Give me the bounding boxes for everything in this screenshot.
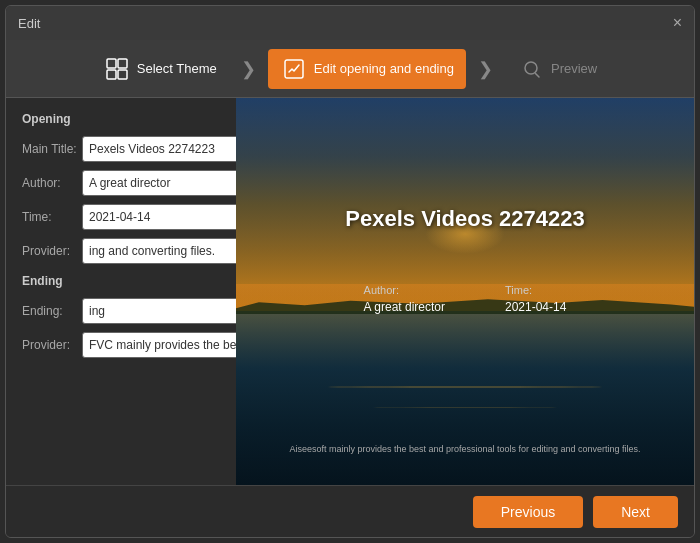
next-button[interactable]: Next — [593, 496, 678, 528]
edit-window: Edit × Select Theme ❯ — [5, 5, 695, 538]
tab-edit-label: Edit opening and ending — [314, 61, 454, 76]
tab-select-theme[interactable]: Select Theme — [91, 49, 229, 89]
author-input[interactable] — [82, 170, 236, 196]
tab-preview[interactable]: Preview — [505, 49, 609, 89]
close-button[interactable]: × — [673, 15, 682, 31]
ending-label: Ending: — [22, 304, 82, 318]
author-meta-value: A great director — [364, 300, 445, 314]
toolbar: Select Theme ❯ Edit opening and ending ❯ — [6, 40, 694, 98]
ending-section-title: Ending — [22, 274, 220, 288]
titlebar: Edit × — [6, 6, 694, 40]
main-title-label: Main Title: — [22, 142, 82, 156]
time-meta-label: Time: — [505, 284, 566, 296]
main-title-row: Main Title: — [22, 136, 220, 162]
edit-icon — [280, 55, 308, 83]
provider-row: Provider: — [22, 238, 220, 264]
svg-rect-1 — [118, 59, 127, 68]
svg-rect-3 — [118, 70, 127, 79]
author-meta-label: Author: — [364, 284, 445, 296]
tab-edit-opening-ending[interactable]: Edit opening and ending — [268, 49, 466, 89]
svg-rect-0 — [107, 59, 116, 68]
window-title: Edit — [18, 16, 40, 31]
right-panel: Pexels Videos 2274223 Author: A great di… — [236, 98, 694, 485]
main-title-input[interactable] — [82, 136, 236, 162]
sky-overlay — [236, 98, 694, 311]
svg-line-6 — [535, 73, 539, 77]
ending-provider-row: Provider: — [22, 332, 220, 358]
arrow-2: ❯ — [478, 58, 493, 80]
ending-provider-label: Provider: — [22, 338, 82, 352]
previous-button[interactable]: Previous — [473, 496, 583, 528]
time-label: Time: — [22, 210, 82, 224]
preview-title: Pexels Videos 2274223 — [236, 206, 694, 232]
author-label: Author: — [22, 176, 82, 190]
tab-select-theme-label: Select Theme — [137, 61, 217, 76]
provider-input[interactable] — [82, 238, 236, 264]
preview-background: Pexels Videos 2274223 Author: A great di… — [236, 98, 694, 485]
author-row: Author: — [22, 170, 220, 196]
arrow-1: ❯ — [241, 58, 256, 80]
time-meta: Time: 2021-04-14 — [505, 284, 566, 314]
preview-meta: Author: A great director Time: 2021-04-1… — [236, 284, 694, 314]
time-meta-value: 2021-04-14 — [505, 300, 566, 314]
provider-label: Provider: — [22, 244, 82, 258]
svg-rect-4 — [285, 60, 303, 78]
tab-preview-label: Preview — [551, 61, 597, 76]
water-overlay — [236, 311, 694, 485]
time-input[interactable] — [82, 204, 236, 230]
ending-provider-input[interactable] — [82, 332, 236, 358]
author-meta: Author: A great director — [364, 284, 445, 314]
time-row: Time: — [22, 204, 220, 230]
svg-point-5 — [525, 62, 537, 74]
ending-row: Ending: — [22, 298, 220, 324]
opening-section-title: Opening — [22, 112, 220, 126]
left-panel: Opening Main Title: Author: Time: Provid… — [6, 98, 236, 485]
preview-icon — [517, 55, 545, 83]
svg-rect-2 — [107, 70, 116, 79]
preview-footer-text: Aiseesoft mainly provides the best and p… — [236, 444, 694, 454]
theme-icon — [103, 55, 131, 83]
ending-input[interactable] — [82, 298, 236, 324]
main-content: Opening Main Title: Author: Time: Provid… — [6, 98, 694, 485]
footer: Previous Next — [6, 485, 694, 537]
